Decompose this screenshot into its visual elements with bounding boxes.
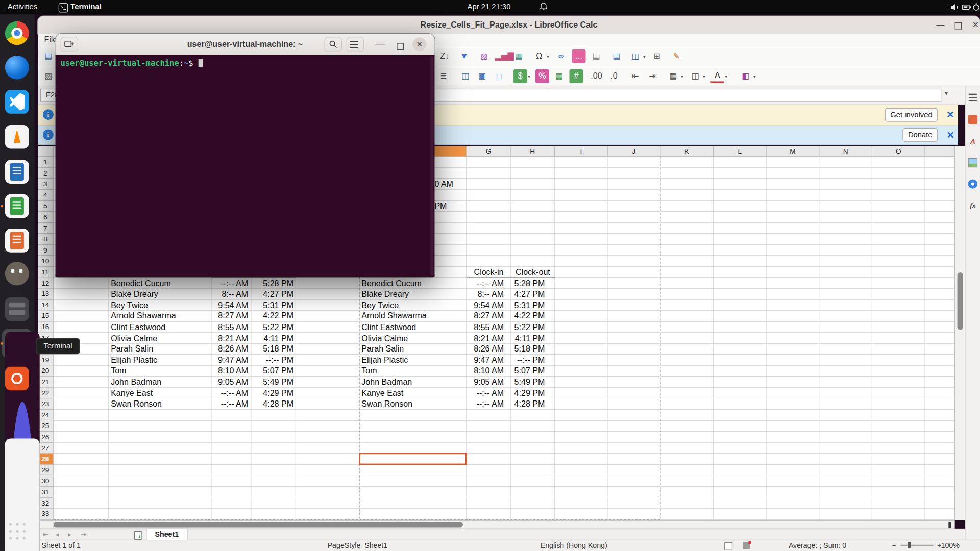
cell-name[interactable]: Olivia Calme bbox=[111, 333, 210, 344]
special-character-icon[interactable]: Ω bbox=[532, 49, 546, 63]
cell-partial[interactable]: 0 AM bbox=[434, 179, 459, 190]
sidebar-functions-icon[interactable]: fx bbox=[968, 201, 978, 210]
vertical-scrollbar-thumb[interactable] bbox=[958, 272, 963, 330]
cell-name[interactable]: Blake Dreary bbox=[111, 289, 210, 300]
focused-app-name[interactable]: Terminal bbox=[70, 0, 102, 14]
row-header-28[interactable]: 28 bbox=[38, 454, 54, 465]
zoom-slider[interactable] bbox=[901, 545, 934, 546]
document-modified-icon[interactable] bbox=[743, 542, 750, 549]
insert-image-icon[interactable]: ▨ bbox=[477, 49, 491, 63]
add-decimal-icon[interactable]: .00 bbox=[590, 69, 603, 83]
dock-calc-icon[interactable] bbox=[5, 194, 29, 218]
clipboard-icon[interactable]: ▧ bbox=[41, 69, 55, 83]
cell-name[interactable]: Elijah Plastic bbox=[111, 355, 210, 366]
cell-clock-in[interactable]: 9:54 AM bbox=[467, 300, 504, 311]
delete-decimal-icon[interactable]: .0 bbox=[607, 69, 621, 83]
cell-name[interactable]: Parah Salin bbox=[111, 344, 210, 355]
cell-clock-in[interactable]: 8:-- AM bbox=[467, 289, 504, 300]
cell-clock-in[interactable]: 8:27 AM bbox=[212, 311, 249, 322]
row-header-2[interactable]: 2 bbox=[38, 168, 54, 179]
row-header-29[interactable]: 29 bbox=[38, 465, 54, 476]
terminal-maximize-button[interactable] bbox=[393, 37, 408, 52]
column-header-G[interactable]: G bbox=[467, 146, 510, 157]
row-header-27[interactable]: 27 bbox=[38, 443, 54, 454]
sidebar-styles-icon[interactable]: A bbox=[968, 137, 978, 146]
new-document-icon[interactable]: ▤ bbox=[41, 49, 55, 63]
cell-clock-in[interactable]: 8:10 AM bbox=[212, 366, 249, 377]
cell-name[interactable]: Swan Ronson bbox=[111, 398, 210, 410]
cell-clock-in[interactable]: --:-- AM bbox=[467, 388, 504, 399]
borders-icon[interactable]: ▦ bbox=[666, 69, 680, 83]
last-sheet-icon[interactable]: ⇥ bbox=[81, 529, 86, 540]
cell-clock-out[interactable]: 4:11 PM bbox=[252, 333, 293, 344]
dock-firefox-icon[interactable] bbox=[5, 56, 29, 80]
row-header-24[interactable]: 24 bbox=[38, 410, 54, 421]
donate-button[interactable]: Donate bbox=[902, 128, 938, 142]
column-header[interactable] bbox=[925, 146, 955, 157]
calc-close-button[interactable]: ✕ bbox=[969, 16, 980, 34]
cell-clock-out[interactable]: 5:28 PM bbox=[511, 278, 545, 289]
terminal-window[interactable]: user@user-virtual-machine: ~ — ✕ user@us… bbox=[56, 34, 435, 277]
cell-name[interactable]: Benedict Cucum bbox=[361, 278, 464, 289]
cell-name[interactable]: Arnold Shawarma bbox=[361, 311, 464, 322]
hyperlink-icon[interactable]: ∞ bbox=[554, 49, 568, 63]
infobar1-close-icon[interactable]: ✕ bbox=[945, 109, 956, 120]
format-percent-icon[interactable]: % bbox=[535, 69, 549, 83]
cell-clock-out[interactable]: 5:22 PM bbox=[511, 322, 545, 333]
conditional-formatting-icon-dropdown[interactable]: ▾ bbox=[753, 73, 756, 79]
terminal-body[interactable]: user@user-virtual-machine:~$ bbox=[56, 55, 435, 277]
cell-clock-in[interactable]: 8:55 AM bbox=[212, 322, 249, 333]
row-header-23[interactable]: 23 bbox=[38, 398, 54, 410]
row-header-16[interactable]: 16 bbox=[38, 322, 54, 333]
row-header-13[interactable]: 13 bbox=[38, 289, 54, 300]
borders-icon-dropdown[interactable]: ▾ bbox=[681, 73, 683, 79]
formula-expand-icon[interactable]: ▾ bbox=[945, 90, 948, 96]
dock-writer-icon[interactable] bbox=[5, 160, 29, 184]
horizontal-scrollbar-thumb[interactable] bbox=[54, 522, 463, 528]
notification-bell-icon[interactable] bbox=[539, 3, 548, 11]
cell-clock-out[interactable]: --:-- PM bbox=[511, 355, 545, 366]
dock-impress-icon[interactable] bbox=[5, 229, 29, 253]
dock-files-icon[interactable] bbox=[5, 297, 29, 321]
cell-name[interactable]: Bey Twice bbox=[361, 300, 464, 311]
cell-clock-out[interactable]: 4:28 PM bbox=[252, 398, 293, 410]
cell-clock-in[interactable]: 8:10 AM bbox=[467, 366, 504, 377]
comment-icon[interactable]: … bbox=[572, 49, 585, 63]
cell-name[interactable]: Kanye East bbox=[111, 388, 210, 399]
clock[interactable]: Apr 21 21:30 bbox=[468, 0, 511, 14]
column-header-J[interactable]: J bbox=[608, 146, 661, 157]
special-character-icon-dropdown[interactable]: ▾ bbox=[547, 54, 549, 59]
cell-name[interactable]: Clint Eastwood bbox=[361, 322, 464, 333]
calc-maximize-button[interactable] bbox=[951, 16, 965, 34]
row-header-32[interactable]: 32 bbox=[38, 497, 54, 509]
column-header-M[interactable]: M bbox=[767, 146, 820, 157]
split-handle[interactable] bbox=[948, 522, 951, 528]
row-header-10[interactable]: 10 bbox=[38, 256, 54, 267]
row-header-4[interactable]: 4 bbox=[38, 190, 54, 201]
cell-clock-in[interactable]: 8:21 AM bbox=[212, 333, 249, 344]
cell-name[interactable]: Clint Eastwood bbox=[111, 322, 210, 333]
previous-sheet-icon[interactable]: ◂ bbox=[56, 529, 59, 540]
cell-clock-out[interactable]: 5:22 PM bbox=[252, 322, 293, 333]
row-header-33[interactable]: 33 bbox=[38, 509, 54, 520]
cell-name[interactable]: Benedict Cucum bbox=[111, 278, 210, 289]
power-icon[interactable] bbox=[972, 3, 980, 11]
border-style-icon-dropdown[interactable]: ▾ bbox=[703, 73, 705, 79]
row-header-19[interactable]: 19 bbox=[38, 355, 54, 366]
row-header-6[interactable]: 6 bbox=[38, 212, 54, 223]
row-header-26[interactable]: 26 bbox=[38, 432, 54, 443]
cell-name[interactable]: Kanye East bbox=[361, 388, 464, 399]
row-header-25[interactable]: 25 bbox=[38, 421, 54, 432]
cell-name[interactable]: Tom bbox=[361, 366, 464, 377]
terminal-new-tab-button[interactable] bbox=[60, 37, 78, 52]
background-color-icon[interactable]: A bbox=[710, 69, 724, 83]
cell-clock-in[interactable]: --:-- AM bbox=[212, 278, 249, 289]
background-color-icon-dropdown[interactable]: ▾ bbox=[725, 73, 727, 79]
row-header-1[interactable]: 1 bbox=[38, 157, 54, 168]
row-header-22[interactable]: 22 bbox=[38, 388, 54, 399]
merge-cells-icon[interactable]: ◫ bbox=[458, 69, 472, 83]
terminal-menu-icon[interactable] bbox=[347, 37, 364, 52]
cell-clock-out[interactable]: 5:31 PM bbox=[511, 300, 545, 311]
battery-icon[interactable] bbox=[962, 3, 971, 12]
row-header-9[interactable]: 9 bbox=[38, 245, 54, 256]
